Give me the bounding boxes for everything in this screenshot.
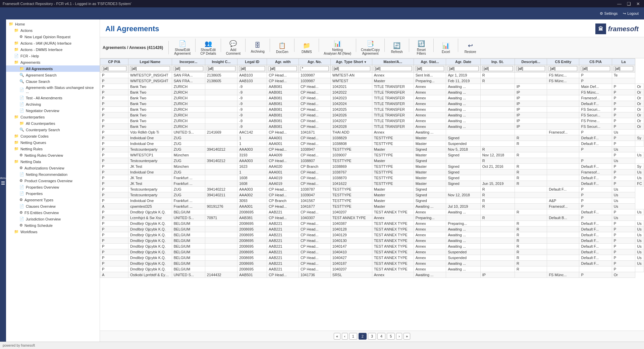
sidebar-item-netting-data[interactable]: 📁Netting Data: [6, 158, 100, 165]
col-header-legal-name[interactable]: Legal Name: [128, 59, 172, 65]
col-header-legal-id[interactable]: Legal ID: [237, 59, 267, 65]
table-row[interactable]: PDmdlbrjr Ojjcybk K.Q.BELGIUM2008695AAB2…: [100, 249, 644, 255]
archiving-button[interactable]: 🗄Archiving: [248, 39, 268, 57]
close-button[interactable]: ✕: [635, 1, 641, 6]
pagination-page-3[interactable]: 3: [368, 333, 376, 340]
sidebar-item-agreements-status[interactable]: 📄Agreements with Status unchanged since …: [6, 85, 100, 95]
pagination-prev-button[interactable]: ‹: [342, 333, 348, 340]
sidebar-item-clause-search[interactable]: 🔍Clause Search: [6, 78, 100, 85]
table-row[interactable]: PBank TwoZURICH-9AAB081CP Head...1042022…: [100, 90, 644, 95]
sidebar-item-authorizations-overview[interactable]: ⚙Authorizations Overview: [6, 165, 100, 171]
filter-input-descripti[interactable]: [517, 66, 545, 71]
sidebar-item-agreements[interactable]: 📁Agreements: [6, 59, 100, 65]
sidebar-item-corporate-codes[interactable]: 📁Corporate Codes: [6, 133, 100, 139]
netting-analyser-button[interactable]: 📊NettingAnalyser All (New): [321, 39, 354, 57]
sidebar-item-fs-entities-overview[interactable]: ⚙FS Entities Overview: [6, 209, 100, 216]
sidebar-item-fcr-help[interactable]: 📄FCR - Help: [6, 53, 100, 59]
settings-button[interactable]: ⚙ Settings: [600, 11, 618, 16]
col-header-agr-date[interactable]: Agr. Date: [446, 59, 480, 65]
table-row[interactable]: PBank TwoZURICH-9AAB081CP Head...1042024…: [100, 101, 644, 107]
table-row[interactable]: PWMTESTCP1München3193AAA009CP Head...103…: [100, 152, 644, 158]
col-header-agr-stat[interactable]: Agr. Stat...: [414, 59, 446, 65]
sidebar-item-counterparty-search[interactable]: 🔍Counterparty Search: [6, 127, 100, 133]
minimize-button[interactable]: —: [616, 1, 623, 6]
table-row[interactable]: PTestcounterpartyZUG394140211AAA002CP He…: [100, 192, 644, 198]
sidebar-item-jurisdiction-overview[interactable]: 📄Jurisdiction Overview: [6, 216, 100, 222]
sidebar-item-netting-recommendation[interactable]: 📄Netting Recommendation: [6, 171, 100, 178]
sidebar-item-netting-rules[interactable]: 📁Netting Rules: [6, 146, 100, 152]
pagination-page-2[interactable]: 2: [359, 333, 367, 340]
sidebar-item-counterparties[interactable]: 📁Counterparties: [6, 114, 100, 120]
table-row[interactable]: AOstkobi Lprrbtdf & Eyoztrlfjpf HzsUNITE…: [100, 272, 644, 278]
sidebar-item-clauses-overview[interactable]: 📄Clauses Overview: [6, 203, 100, 209]
table-row[interactable]: PJK TestFrankfurt ...1608AAA019CP Head..…: [100, 175, 644, 181]
table-row[interactable]: PDmdlbrjr Ojjcybk K.Q.BELGIUM2008695AAB2…: [100, 238, 644, 244]
filter-input-legal-name[interactable]: [130, 66, 170, 71]
col-header-inp-st[interactable]: Inp. St.: [480, 59, 515, 65]
filter-input-insight-c[interactable]: [207, 66, 235, 71]
table-row[interactable]: PWMTESTCP_INSIGHTSAN FRA...2138605AAB103…: [100, 72, 644, 78]
sidebar-item-actions-dmms[interactable]: 📁Actions - DMMS Interface: [6, 46, 100, 53]
filter-input-cs-pa[interactable]: [581, 66, 610, 71]
pagination-first-button[interactable]: «: [334, 333, 340, 340]
sidebar-item-new-legal[interactable]: ⚙New Legal Opinion Request: [6, 34, 100, 40]
sidebar-item-netting-queues[interactable]: 📁Netting Queues: [6, 139, 100, 146]
col-header-descripti[interactable]: Descripti...: [515, 59, 547, 65]
pagination-page-5[interactable]: 5: [387, 333, 395, 340]
table-row[interactable]: PTestcounterpartyZUG394140212AAA003CP He…: [100, 158, 644, 164]
table-row[interactable]: PWMTESTCP_INSIGHTSAN FRA...2138605AAB103…: [100, 78, 644, 84]
create-copy-agreement-button[interactable]: 📑Create/CopyAgreement: [358, 39, 382, 57]
filter-input-cp-pa[interactable]: [102, 66, 126, 71]
filter-input-la[interactable]: [614, 66, 634, 71]
filter-input-agr-type-short[interactable]: [332, 66, 370, 71]
restore-button[interactable]: ↩Restore: [460, 39, 480, 57]
pagination-page-1[interactable]: 1: [349, 333, 357, 340]
sidebar-item-properties[interactable]: 📄Properties: [6, 190, 100, 197]
col-header-agr-no[interactable]: Agr. No.: [299, 59, 331, 65]
col-header-insight-c[interactable]: Insight C...: [205, 59, 237, 65]
table-row[interactable]: PIndividual OneZUG1AAA001CP Head...10388…: [100, 135, 644, 141]
table-row[interactable]: PBank TwoZURICH-9AAB081CP Head...1042021…: [100, 84, 644, 90]
table-row[interactable]: PTestcounterpartyZUG394140212AAA003CP He…: [100, 187, 644, 192]
filter-input-incorpor[interactable]: [174, 66, 203, 71]
sidebar-item-netting-schedule[interactable]: ⚙Netting Schedule: [6, 222, 100, 229]
sidebar-item-negotiator-overview[interactable]: 📄Negotiator Overview: [6, 107, 100, 114]
col-header-la[interactable]: La: [612, 59, 635, 65]
sidebar-item-agreement-search[interactable]: 🔍Agreement Search: [6, 72, 100, 78]
table-row[interactable]: PBank TwoZURICH-9AAB081CP Head...1042023…: [100, 95, 644, 101]
filter-input-agr-stat[interactable]: [416, 66, 444, 71]
filter-input-agr-with[interactable]: [269, 66, 297, 71]
sidebar-item-agreement-types[interactable]: ⚙Agreement Types: [6, 197, 100, 203]
col-header-agr-with[interactable]: Agr. with: [267, 59, 299, 65]
table-container[interactable]: CP P/ALegal NameIncorpor...Insight C...L…: [100, 58, 644, 331]
filter-input-agr-no[interactable]: [301, 66, 329, 71]
sidebar-item-actions-iam[interactable]: 📁Actions - IAM (AURA) Interface: [6, 40, 100, 46]
col-header-cs-pa[interactable]: CS P/A: [579, 59, 612, 65]
table-row[interactable]: PIndividual OneZUG1AAA001CP Head...10388…: [100, 141, 644, 147]
pagination-last-button[interactable]: »: [404, 333, 410, 340]
refresh-button[interactable]: 🔄Refresh: [387, 39, 407, 57]
show-edit-agreement-button[interactable]: 📄Show/EditAgreement: [171, 39, 193, 57]
col-header-incorpor[interactable]: Incorpor...: [172, 59, 205, 65]
table-row[interactable]: PLrzmfsjct & Sw XszUNITED S...70971AAB38…: [100, 215, 644, 221]
table-row[interactable]: PDmdlbrjr Ojjcybk K.Q.BELGIUM2008695AAB2…: [100, 232, 644, 238]
table-row[interactable]: PVdo Rdlkh Opb TiUNITED S...2141669AAC14…: [100, 130, 644, 135]
pagination-page-4[interactable]: 4: [377, 333, 385, 340]
filter-input-legal-id[interactable]: [239, 66, 265, 71]
table-row[interactable]: Acpwmtest325Frankfurt ...90191276AAA001C…: [100, 204, 644, 209]
table-row[interactable]: PIndividual OneZUG1AAA001CP Head...10387…: [100, 169, 644, 175]
table-row[interactable]: PBank TwoZURICH-9AAB081CP Head...1042026…: [100, 112, 644, 118]
filter-input-inp-st[interactable]: [482, 66, 513, 71]
table-row[interactable]: PDmdlbrjr Ojjcybk K.Q.BELGIUM2008695AAB2…: [100, 227, 644, 232]
show-edit-cp-details-button[interactable]: 👥Show/EditCP Details: [198, 39, 219, 57]
maximize-button[interactable]: ❑: [626, 1, 632, 6]
table-row[interactable]: PDmdlbrjr Ojjcybk K.Q.BELGIUM2008695AAB2…: [100, 244, 644, 249]
sidebar-item-product-coverages[interactable]: ⚙Product Coverages Overview: [6, 178, 100, 184]
sidebar-item-test-all-amendments[interactable]: 📄Test - All Amendments: [6, 95, 100, 101]
sidebar-toggle[interactable]: Menu: [0, 19, 6, 342]
add-comment-button[interactable]: 💬AddComment: [223, 39, 243, 57]
filter-input-master-a[interactable]: [374, 66, 412, 71]
sidebar-item-workflows[interactable]: 📁Workflows: [6, 229, 100, 235]
col-header-cs-entity[interactable]: CS Entity: [547, 59, 579, 65]
sidebar-item-actions[interactable]: 📁Actions: [6, 27, 100, 34]
